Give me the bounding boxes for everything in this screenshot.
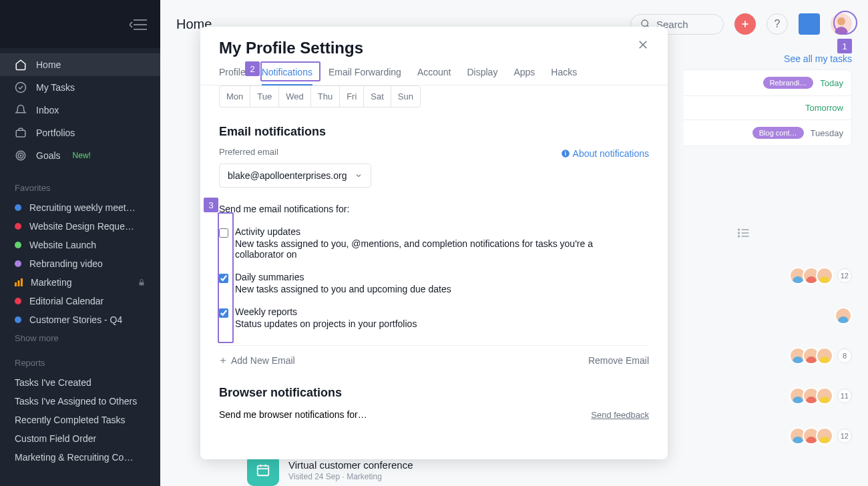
task-row[interactable]: Rebrandi…Today — [684, 69, 852, 96]
tab-notifications[interactable]: Notifications — [262, 67, 312, 85]
favorite-item[interactable]: Website Launch — [0, 236, 160, 254]
report-item[interactable]: Tasks I've Assigned to Others — [0, 392, 160, 411]
report-item[interactable]: Marketing & Recruiting Co… — [0, 448, 160, 467]
task-row[interactable]: Blog cont…Tuesday — [684, 120, 852, 146]
info-icon: i — [561, 149, 570, 158]
color-dot — [15, 204, 21, 211]
about-notifications-link[interactable]: i About notifications — [561, 148, 649, 159]
menu-toggle-icon[interactable] — [130, 18, 146, 30]
report-item[interactable]: Tasks I've Created — [0, 373, 160, 392]
callout-3: 3 — [204, 198, 218, 212]
avatar — [816, 347, 833, 364]
favorite-item[interactable]: Marketing — [0, 273, 160, 292]
help-button[interactable]: ? — [767, 13, 788, 35]
svg-point-20 — [738, 232, 740, 234]
nav-goals[interactable]: GoalsNew! — [0, 144, 160, 167]
check-label: Daily summaries — [235, 272, 451, 282]
plus-icon — [219, 356, 227, 364]
member-count: 11 — [837, 389, 852, 403]
tab-account[interactable]: Account — [417, 67, 451, 85]
check-label: Weekly reports — [235, 306, 417, 317]
show-more[interactable]: Show more — [0, 329, 160, 347]
project-rows: 1281112 — [684, 256, 852, 456]
check-item: Activity updatesNew tasks assigned to yo… — [219, 226, 649, 260]
email-value: blake@apolloenterprises.org — [228, 170, 347, 181]
remove-email-button[interactable]: Remove Email — [588, 355, 649, 366]
day-sun[interactable]: Sun — [391, 86, 420, 107]
notification-checks: Activity updatesNew tasks assigned to yo… — [219, 226, 649, 329]
tab-profile[interactable]: Profile — [219, 67, 246, 85]
tab-display[interactable]: Display — [467, 67, 497, 85]
tab-apps[interactable]: Apps — [513, 67, 535, 85]
color-dot — [15, 223, 21, 230]
avatar — [835, 307, 852, 324]
preferred-email-label: Preferred email — [219, 147, 371, 157]
nav-portfolios[interactable]: Portfolios — [0, 121, 160, 144]
project-info[interactable]: Virtual customer conference Visited 24 S… — [288, 459, 413, 481]
nav-list: HomeMy TasksInboxPortfoliosGoalsNew! — [0, 48, 160, 172]
send-feedback-link[interactable]: Send feedback — [591, 410, 649, 420]
day-thu[interactable]: Thu — [311, 86, 340, 107]
checkbox[interactable] — [219, 308, 228, 318]
day-sat[interactable]: Sat — [364, 86, 391, 107]
day-selector: MonTueWedThuFriSatSun — [219, 85, 421, 107]
favorite-item[interactable]: Editorial Calendar — [0, 292, 160, 310]
list-view-icon[interactable] — [737, 226, 753, 242]
app-switcher[interactable] — [799, 13, 820, 35]
project-row[interactable]: 11 — [684, 376, 852, 416]
calendar-icon — [256, 463, 270, 477]
checkbox[interactable] — [219, 228, 228, 238]
color-dot — [15, 316, 21, 323]
reports-list: Tasks I've CreatedTasks I've Assigned to… — [0, 373, 160, 467]
day-tue[interactable]: Tue — [250, 86, 279, 107]
svg-point-7 — [20, 155, 21, 156]
nav-home[interactable]: Home — [0, 53, 160, 76]
modal-body: MonTueWedThuFriSatSun Email notification… — [200, 85, 668, 459]
svg-rect-10 — [21, 278, 23, 286]
nav-inbox[interactable]: Inbox — [0, 99, 160, 121]
email-select[interactable]: blake@apolloenterprises.org — [219, 164, 371, 188]
report-item[interactable]: Recently Completed Tasks — [0, 411, 160, 429]
nav-my-tasks[interactable]: My Tasks — [0, 76, 160, 99]
add-email-button[interactable]: Add New Email — [219, 355, 295, 366]
svg-rect-22 — [258, 466, 269, 476]
report-item[interactable]: Custom Field Order — [0, 429, 160, 448]
svg-rect-4 — [16, 130, 25, 137]
tab-hacks[interactable]: Hacks — [551, 67, 577, 85]
avatar — [816, 267, 833, 284]
target-icon — [15, 150, 27, 162]
project-row[interactable] — [684, 296, 852, 336]
add-button[interactable] — [734, 13, 756, 35]
color-dot — [15, 260, 21, 267]
day-wed[interactable]: Wed — [279, 86, 311, 107]
tab-email-forwarding[interactable]: Email Forwarding — [329, 67, 401, 85]
favorite-item[interactable]: Customer Stories - Q4 — [0, 310, 160, 329]
see-all-tasks-link[interactable]: See all my tasks — [784, 53, 852, 64]
project-row[interactable]: 12 — [684, 416, 852, 456]
day-fri[interactable]: Fri — [340, 86, 364, 107]
modal-title: My Profile Settings — [219, 39, 649, 57]
member-count: 8 — [837, 348, 852, 363]
checkbox[interactable] — [219, 274, 228, 283]
briefcase-icon — [15, 127, 27, 139]
task-row[interactable]: Tomorrow — [684, 96, 852, 120]
favorite-item[interactable]: Website Design Reque… — [0, 217, 160, 236]
project-sub: Visited 24 Sep · Marketing — [288, 472, 413, 481]
modal-tabs: ProfileNotificationsEmail ForwardingAcco… — [200, 57, 668, 85]
svg-point-12 — [642, 20, 648, 26]
check-label: Activity updates — [235, 226, 622, 237]
modal-close-button[interactable] — [637, 39, 653, 55]
favorites-header: Favorites — [0, 172, 160, 198]
notif-intro: Send me email notifications for: — [219, 204, 649, 214]
lock-icon — [138, 278, 146, 286]
check-desc: New tasks assigned to you, @mentions, an… — [235, 238, 622, 260]
day-mon[interactable]: Mon — [220, 86, 250, 107]
project-row[interactable]: 12 — [684, 256, 852, 296]
task-date: Tomorrow — [805, 103, 843, 113]
project-row[interactable]: 8 — [684, 336, 852, 376]
favorite-item[interactable]: Rebranding video — [0, 254, 160, 273]
user-avatar[interactable] — [831, 13, 852, 35]
favorite-item[interactable]: Recruiting weekly meet… — [0, 198, 160, 217]
callout-2: 2 — [245, 61, 260, 76]
chevron-down-icon — [355, 172, 363, 180]
